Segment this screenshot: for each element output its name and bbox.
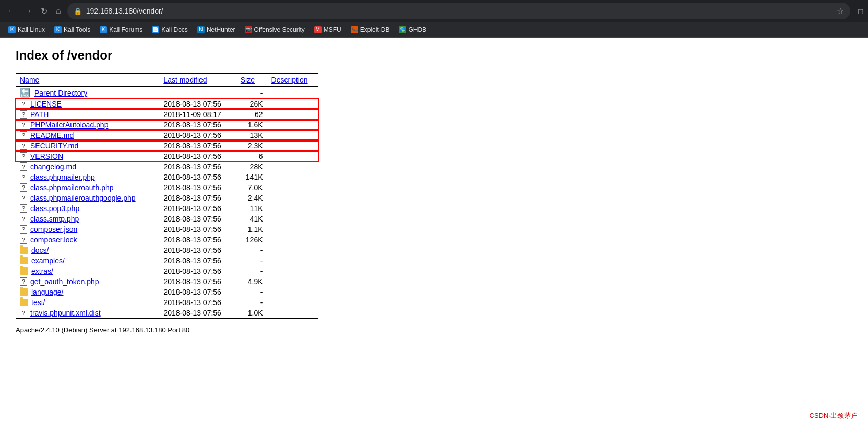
file-link[interactable]: PATH: [20, 110, 155, 119]
file-link[interactable]: examples/: [20, 257, 155, 265]
bookmark-star-button[interactable]: ☆: [837, 6, 844, 16]
file-link[interactable]: composer.lock: [20, 236, 155, 244]
bookmark-kali-tools[interactable]: K Kali Tools: [50, 25, 94, 35]
file-link[interactable]: class.phpmaileroauth.php: [20, 183, 155, 192]
table-row: examples/ 2018-08-13 07:56 -: [16, 255, 318, 266]
file-desc-cell: [267, 161, 318, 172]
bookmark-kali-docs[interactable]: 📄 Kali Docs: [148, 25, 192, 35]
col-header-modified: Last modified: [159, 74, 236, 87]
file-size-cell: 4.9K: [236, 276, 267, 287]
file-link[interactable]: composer.json: [20, 225, 155, 234]
bookmark-ghdb[interactable]: 🌎 GHDB: [395, 25, 431, 35]
file-link[interactable]: changelog.md: [20, 162, 155, 171]
table-row: changelog.md 2018-08-13 07:56 28K: [16, 161, 318, 172]
bookmark-exploit-db-label: Exploit-DB: [360, 26, 390, 33]
page-title: Index of /vendor: [16, 48, 852, 63]
url-text: 192.168.13.180/vendor/: [86, 7, 833, 15]
back-button[interactable]: ←: [4, 4, 19, 18]
file-modified-cell: 2018-08-13 07:56: [159, 120, 236, 130]
bookmark-kali-forums[interactable]: K Kali Forums: [96, 25, 147, 35]
file-name-label: language/: [31, 288, 64, 296]
file-link[interactable]: get_oauth_token.php: [20, 277, 155, 286]
file-modified-cell: 2018-08-13 07:56: [159, 308, 236, 319]
offensive-security-icon: 📷: [245, 26, 252, 33]
file-icon: [20, 100, 27, 108]
size-sort-link[interactable]: Size: [241, 76, 255, 84]
file-link[interactable]: class.phpmailer.php: [20, 173, 155, 181]
file-link[interactable]: travis.phpunit.xml.dist: [20, 309, 155, 317]
address-bar[interactable]: 🔒 192.168.13.180/vendor/ ☆: [67, 3, 850, 19]
bookmark-offensive-security[interactable]: 📷 Offensive Security: [241, 25, 309, 35]
file-name-label: get_oauth_token.php: [30, 277, 99, 286]
file-name-label: PHPMailerAutoload.php: [30, 121, 108, 129]
file-link[interactable]: class.smtp.php: [20, 215, 155, 223]
csdn-watermark: CSDN·出颈茅户: [810, 411, 858, 415]
file-modified-cell: 2018-08-13 07:56: [159, 255, 236, 266]
home-button[interactable]: ⌂: [53, 4, 64, 18]
nav-buttons: ← → ↻ ⌂: [4, 4, 64, 18]
file-name-cell: PHPMailerAutoload.php: [16, 120, 159, 130]
col-header-name: Name: [16, 74, 159, 87]
file-name-cell: language/: [16, 287, 159, 297]
parent-directory-link[interactable]: 🔙 Parent Directory: [20, 88, 155, 98]
file-link[interactable]: docs/: [20, 246, 155, 254]
file-link[interactable]: class.phpmaileroauthgoogle.php: [20, 194, 155, 202]
file-link[interactable]: PHPMailerAutoload.php: [20, 121, 155, 129]
col-header-description: Description: [267, 74, 318, 87]
name-sort-link[interactable]: Name: [20, 76, 39, 84]
file-name-label: LICENSE: [30, 100, 62, 108]
table-row: class.smtp.php 2018-08-13 07:56 41K: [16, 214, 318, 224]
kali-tools-icon: K: [54, 26, 62, 33]
file-desc-cell: [267, 308, 318, 319]
file-icon: [20, 215, 27, 223]
file-size-cell: -: [236, 245, 267, 255]
file-modified-cell: 2018-08-13 07:56: [159, 276, 236, 287]
modified-sort-link[interactable]: Last modified: [163, 76, 207, 84]
table-row: test/ 2018-08-13 07:56 -: [16, 297, 318, 308]
file-name-cell: class.smtp.php: [16, 214, 159, 224]
parent-desc-cell: [267, 87, 318, 99]
file-size-cell: 7.0K: [236, 182, 267, 193]
file-link[interactable]: VERSION: [20, 152, 155, 160]
table-row: language/ 2018-08-13 07:56 -: [16, 287, 318, 297]
file-icon: [20, 277, 27, 286]
bookmark-nethunter[interactable]: N NetHunter: [193, 25, 240, 35]
file-desc-cell: [267, 172, 318, 182]
table-row: extras/ 2018-08-13 07:56 -: [16, 266, 318, 276]
file-name-cell: composer.lock: [16, 235, 159, 245]
file-link[interactable]: class.pop3.php: [20, 204, 155, 213]
file-desc-cell: [267, 297, 318, 308]
file-name-label: README.md: [30, 131, 74, 139]
file-modified-cell: 2018-08-13 07:56: [159, 297, 236, 308]
exploit-db-icon: 🐜: [351, 26, 358, 33]
file-link[interactable]: language/: [20, 288, 155, 296]
file-link[interactable]: README.md: [20, 131, 155, 139]
file-name-label: docs/: [31, 246, 49, 254]
bookmark-kali-docs-label: Kali Docs: [161, 26, 188, 33]
nethunter-icon: N: [197, 26, 205, 33]
table-row: class.pop3.php 2018-08-13 07:56 11K: [16, 203, 318, 214]
forward-button[interactable]: →: [21, 4, 35, 18]
file-link[interactable]: SECURITY.md: [20, 142, 155, 150]
file-modified-cell: 2018-08-13 07:56: [159, 193, 236, 203]
bookmark-msfu[interactable]: M MSFU: [310, 25, 346, 35]
file-link[interactable]: LICENSE: [20, 100, 155, 108]
ghdb-icon: 🌎: [399, 26, 406, 33]
file-name-label: class.phpmaileroauth.php: [30, 183, 114, 192]
desc-sort-link[interactable]: Description: [271, 76, 308, 84]
file-name-cell: class.phpmailer.php: [16, 172, 159, 182]
file-name-label: SECURITY.md: [30, 142, 78, 150]
file-desc-cell: [267, 287, 318, 297]
file-size-cell: 126K: [236, 235, 267, 245]
reload-button[interactable]: ↻: [38, 4, 51, 18]
table-row: README.md 2018-08-13 07:56 13K: [16, 130, 318, 141]
file-modified-cell: 2018-08-13 07:56: [159, 99, 236, 109]
file-modified-cell: 2018-08-13 07:56: [159, 287, 236, 297]
bookmark-kali-linux[interactable]: K Kali Linux: [4, 25, 49, 35]
file-link[interactable]: extras/: [20, 267, 155, 275]
file-link[interactable]: test/: [20, 298, 155, 307]
bookmark-kali-tools-label: Kali Tools: [64, 26, 90, 33]
file-size-cell: 13K: [236, 130, 267, 141]
file-icon: [20, 173, 27, 181]
bookmark-exploit-db[interactable]: 🐜 Exploit-DB: [347, 25, 394, 35]
